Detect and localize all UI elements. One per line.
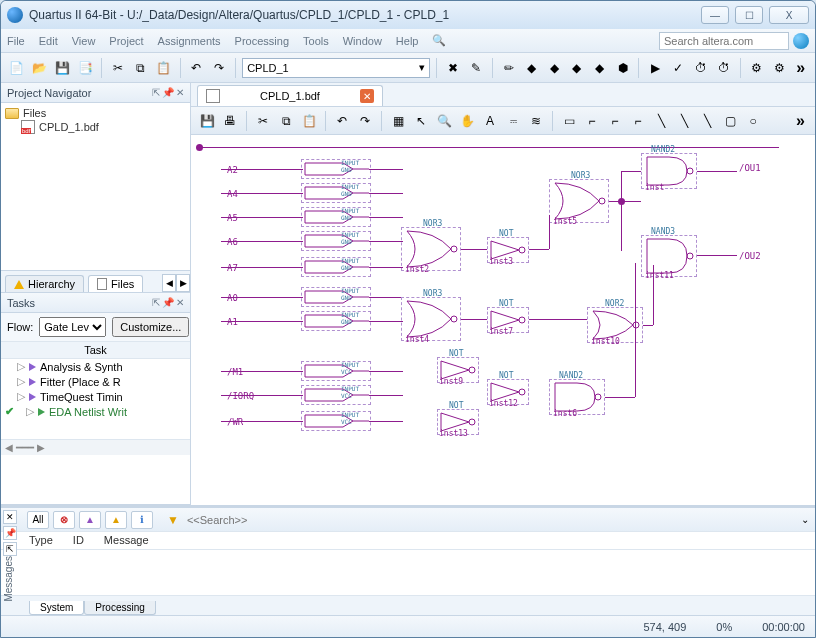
pin2-icon[interactable]: 📌: [162, 297, 174, 308]
menu-tools[interactable]: Tools: [303, 35, 329, 47]
ed-diag2-button[interactable]: ╲: [674, 111, 694, 131]
schematic-canvas[interactable]: A2INPUT GNDA4INPUT GNDA5INPUT GNDA6INPUT…: [191, 135, 815, 505]
menu-file[interactable]: File: [7, 35, 25, 47]
settings-button[interactable]: ✖: [443, 58, 463, 78]
menu-edit[interactable]: Edit: [39, 35, 58, 47]
ed-print-button[interactable]: 🖶: [220, 111, 240, 131]
task-hscroll[interactable]: ◀ ━━━ ▶: [1, 439, 190, 455]
tool-e-button[interactable]: ✓: [668, 58, 688, 78]
tab-hierarchy[interactable]: Hierarchy: [5, 275, 84, 292]
menu-view[interactable]: View: [72, 35, 96, 47]
msg-error-button[interactable]: ⊗: [53, 511, 75, 529]
msg-warn-button[interactable]: ▲: [105, 511, 127, 529]
tool-a-button[interactable]: ◆: [521, 58, 541, 78]
ed-paste-button[interactable]: 📋: [299, 111, 319, 131]
close-button[interactable]: X: [769, 6, 809, 24]
nav-left[interactable]: ◀: [162, 274, 176, 292]
help-search-icon[interactable]: 🔍: [432, 34, 446, 47]
project-combo[interactable]: CPLD_1▾: [242, 58, 430, 78]
pin-icon[interactable]: ⇱: [152, 87, 160, 98]
tab-processing[interactable]: Processing: [84, 601, 155, 615]
new-file-button[interactable]: 📄: [7, 58, 27, 78]
task-row[interactable]: ▷Fitter (Place & R: [1, 374, 190, 389]
ed-diag3-button[interactable]: ╲: [697, 111, 717, 131]
editor-tab[interactable]: CPLD_1.bdf ✕: [197, 85, 383, 106]
close-panel-icon[interactable]: ✕: [176, 87, 184, 98]
play-button[interactable]: ▶: [645, 58, 665, 78]
msg-critical-button[interactable]: ▲: [79, 511, 101, 529]
customize-button[interactable]: Customize...: [112, 317, 189, 337]
schematic-canvas-wrap[interactable]: A2INPUT GNDA4INPUT GNDA5INPUT GNDA6INPUT…: [191, 135, 815, 505]
msg-all-button[interactable]: All: [27, 511, 49, 529]
files-folder[interactable]: Files: [5, 107, 186, 119]
ed-circle-button[interactable]: ○: [743, 111, 763, 131]
messages-body[interactable]: [1, 550, 815, 595]
msg-side-float[interactable]: ⇱: [3, 542, 17, 556]
ed-save-button[interactable]: 💾: [197, 111, 217, 131]
ed-zoom-button[interactable]: 🔍: [434, 111, 454, 131]
msg-info-button[interactable]: ℹ: [131, 511, 153, 529]
close-tab-icon[interactable]: ✕: [360, 89, 374, 103]
globe-icon[interactable]: [793, 33, 809, 49]
tool-c-button[interactable]: ◆: [567, 58, 587, 78]
msg-dropdown[interactable]: ⌄: [801, 514, 809, 525]
menu-project[interactable]: Project: [109, 35, 143, 47]
menu-window[interactable]: Window: [343, 35, 382, 47]
maximize-button[interactable]: ☐: [735, 6, 763, 24]
close-panel-icon[interactable]: ✕: [176, 297, 184, 308]
ed-diag1-button[interactable]: ╲: [651, 111, 671, 131]
open-button[interactable]: 📂: [30, 58, 50, 78]
minimize-button[interactable]: —: [701, 6, 729, 24]
menu-help[interactable]: Help: [396, 35, 419, 47]
funnel-icon[interactable]: ▼: [167, 513, 179, 527]
save-all-button[interactable]: 📑: [75, 58, 95, 78]
timer2-button[interactable]: ⏱: [714, 58, 734, 78]
search-input[interactable]: [659, 32, 789, 50]
ed-copy-button[interactable]: ⧉: [276, 111, 296, 131]
tool-d-button[interactable]: ◆: [590, 58, 610, 78]
ed-rect-button[interactable]: ▭: [559, 111, 579, 131]
ed-text-button[interactable]: A: [480, 111, 500, 131]
task-row[interactable]: ✔▷EDA Netlist Writ: [1, 404, 190, 419]
tool-g-button[interactable]: ⚙: [769, 58, 789, 78]
tab-system[interactable]: System: [29, 601, 84, 615]
ed-hand-button[interactable]: ✋: [457, 111, 477, 131]
ed-undo-button[interactable]: ↶: [332, 111, 352, 131]
ed-bus-button[interactable]: ≋: [526, 111, 546, 131]
task-row[interactable]: ▷Analysis & Synth: [1, 359, 190, 374]
tool-f-button[interactable]: ⚙: [747, 58, 767, 78]
flow-select[interactable]: Gate Lev: [39, 317, 106, 337]
menu-assignments[interactable]: Assignments: [158, 35, 221, 47]
pencil-button[interactable]: ✏: [499, 58, 519, 78]
cut-button[interactable]: ✂: [108, 58, 128, 78]
wand-button[interactable]: ✎: [466, 58, 486, 78]
save-button[interactable]: 💾: [53, 58, 73, 78]
ed-redo-button[interactable]: ↷: [355, 111, 375, 131]
toolbar-overflow[interactable]: »: [792, 59, 809, 77]
copy-button[interactable]: ⧉: [131, 58, 151, 78]
msg-side-close[interactable]: ✕: [3, 510, 17, 524]
ed-line2-button[interactable]: ⌐: [605, 111, 625, 131]
ed-cut-button[interactable]: ✂: [253, 111, 273, 131]
tool-b-button[interactable]: ◆: [544, 58, 564, 78]
menu-processing[interactable]: Processing: [235, 35, 289, 47]
ed-line3-button[interactable]: ⌐: [628, 111, 648, 131]
redo-button[interactable]: ↷: [209, 58, 229, 78]
tab-files[interactable]: Files: [88, 275, 143, 292]
file-entry[interactable]: CPLD_1.bdf: [5, 119, 186, 135]
ed-overflow[interactable]: »: [792, 112, 809, 130]
timer1-button[interactable]: ⏱: [691, 58, 711, 78]
task-row[interactable]: ▷TimeQuest Timin: [1, 389, 190, 404]
pin2-icon[interactable]: 📌: [162, 87, 174, 98]
ed-pointer-button[interactable]: ↖: [411, 111, 431, 131]
msg-side-pin[interactable]: 📌: [3, 526, 17, 540]
undo-button[interactable]: ↶: [187, 58, 207, 78]
ed-line1-button[interactable]: ⌐: [582, 111, 602, 131]
ed-symbol-button[interactable]: ⎓: [503, 111, 523, 131]
stop-button[interactable]: ⬢: [613, 58, 633, 78]
paste-button[interactable]: 📋: [154, 58, 174, 78]
ed-box-button[interactable]: ▢: [720, 111, 740, 131]
msg-search-input[interactable]: [187, 514, 307, 526]
pin-icon[interactable]: ⇱: [152, 297, 160, 308]
ed-select-button[interactable]: ▦: [388, 111, 408, 131]
